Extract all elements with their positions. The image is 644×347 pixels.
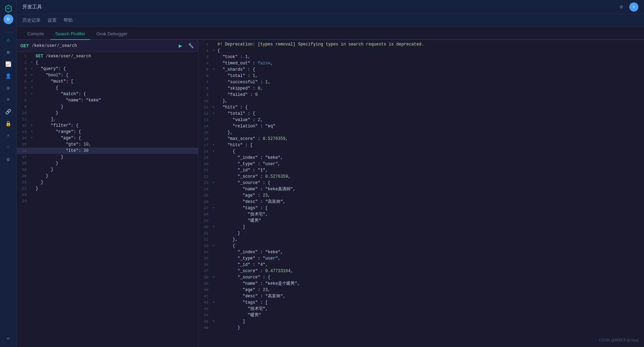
- fold-arrow[interactable]: ▾: [211, 148, 216, 155]
- code-content: [34, 192, 198, 198]
- response-line-15: 15 },: [199, 129, 644, 136]
- response-line-8: 8 "skipped" : 0,: [199, 85, 644, 92]
- query-line-19[interactable]: 19 }: [17, 167, 198, 173]
- query-line-5[interactable]: 5▾ "must": [: [17, 78, 198, 85]
- fold-arrow[interactable]: ▾: [29, 91, 34, 97]
- sidebar-item-chart[interactable]: 📈: [4, 60, 13, 68]
- fold-arrow[interactable]: ▾: [211, 299, 216, 306]
- fold-arrow: [211, 136, 216, 142]
- code-content: "tags" : [: [216, 299, 644, 306]
- fold-arrow[interactable]: ▾: [211, 224, 216, 230]
- fold-arrow[interactable]: ▾: [211, 205, 216, 211]
- fold-arrow: [211, 85, 216, 92]
- main-content: 开发工具 ⚙ e 历史记录 设置 帮助 Console Search Profi…: [17, 0, 644, 347]
- sidebar-item-home[interactable]: ⌂: [4, 36, 13, 44]
- query-line-14[interactable]: 14▾ "age": {: [17, 135, 198, 141]
- sidebar-item-gear[interactable]: ⚙: [4, 155, 13, 163]
- query-line-22[interactable]: 22 }: [17, 185, 198, 192]
- query-code-area[interactable]: 1 GET /keke/user/_search2▾{3▾ "query": {…: [17, 52, 198, 347]
- code-content: "_source" : {: [216, 274, 644, 281]
- navbar: 历史记录 设置 帮助: [17, 14, 644, 27]
- logo-icon[interactable]: [4, 5, 13, 13]
- sidebar-item-expand[interactable]: ⇔: [4, 334, 13, 342]
- query-line-6[interactable]: 6▾ {: [17, 85, 198, 91]
- query-settings-button[interactable]: 🔧: [187, 42, 195, 50]
- fold-arrow[interactable]: ▾: [29, 129, 34, 135]
- query-line-3[interactable]: 3▾ "query": {: [17, 66, 198, 72]
- sidebar-item-lock[interactable]: 🔒: [4, 119, 13, 128]
- fold-arrow[interactable]: ▾: [211, 48, 216, 54]
- line-number: 42: [199, 299, 211, 306]
- query-line-7[interactable]: 7▾ "match": {: [17, 91, 198, 97]
- line-number: 44: [199, 312, 211, 318]
- tab-console[interactable]: Console: [22, 28, 49, 40]
- fold-arrow[interactable]: ▾: [29, 78, 34, 85]
- fold-arrow: [211, 123, 216, 129]
- nav-help[interactable]: 帮助: [64, 16, 73, 25]
- fold-arrow[interactable]: ▾: [29, 122, 34, 129]
- query-line-16[interactable]: 16 "lte": 30: [17, 148, 198, 154]
- query-line-15[interactable]: 15 "gte": 10,: [17, 141, 198, 148]
- sidebar-item-grid[interactable]: ⊞: [4, 48, 13, 56]
- sidebar-item-user[interactable]: 👤: [4, 72, 13, 80]
- response-panel: 1 #! Deprecation: [types removal] Specif…: [199, 40, 644, 347]
- line-number: 20: [199, 161, 211, 167]
- response-line-16: 16 "max_score" : 0.5276359,: [199, 136, 644, 142]
- response-code-area[interactable]: 1 #! Deprecation: [types removal] Specif…: [199, 40, 644, 347]
- code-content: ],: [34, 116, 198, 122]
- query-line-1[interactable]: 1 GET /keke/user/_search: [17, 53, 198, 59]
- query-path[interactable]: /keke/user/_search: [32, 43, 174, 48]
- tab-grok-debugger[interactable]: Grok Debugger: [92, 28, 133, 40]
- tab-search-profiler[interactable]: Search Profiler: [50, 28, 90, 40]
- query-line-18[interactable]: 18 }: [17, 160, 198, 167]
- fold-arrow[interactable]: ▾: [211, 243, 216, 249]
- sidebar-user-avatar[interactable]: D: [3, 14, 13, 24]
- query-line-24[interactable]: 24: [17, 198, 198, 204]
- topbar-user-avatar[interactable]: e: [629, 2, 638, 12]
- query-line-9[interactable]: 9 }: [17, 104, 198, 110]
- query-line-17[interactable]: 17 }: [17, 154, 198, 160]
- fold-arrow[interactable]: ▾: [211, 274, 216, 281]
- fold-arrow[interactable]: ▾: [211, 180, 216, 186]
- fold-arrow: [211, 287, 216, 293]
- fold-arrow: [211, 199, 216, 205]
- fold-arrow[interactable]: ▾: [29, 72, 34, 78]
- fold-arrow[interactable]: ▾: [29, 66, 34, 72]
- query-line-4[interactable]: 4▾ "bool": {: [17, 72, 198, 78]
- query-line-10[interactable]: 10 }: [17, 110, 198, 116]
- fold-arrow[interactable]: ▾: [211, 318, 216, 325]
- query-line-21[interactable]: 21 }: [17, 179, 198, 185]
- fold-arrow[interactable]: ▾: [29, 135, 34, 141]
- fold-arrow[interactable]: ▾: [29, 85, 34, 91]
- query-line-8[interactable]: 8 "name": "keke": [17, 97, 198, 104]
- fold-arrow[interactable]: ▾: [29, 59, 34, 66]
- fold-arrow: [211, 281, 216, 287]
- sidebar-item-lightning[interactable]: ⚡: [4, 131, 13, 140]
- fold-arrow[interactable]: ▾: [211, 142, 216, 148]
- query-line-23[interactable]: 23: [17, 192, 198, 198]
- query-line-20[interactable]: 20 }: [17, 173, 198, 179]
- sidebar-item-link[interactable]: 🔗: [4, 107, 13, 116]
- line-number: 8: [17, 97, 29, 104]
- sidebar-item-heart[interactable]: ♡: [4, 143, 13, 151]
- sidebar-item-list[interactable]: ≡: [4, 95, 13, 104]
- line-number: 19: [17, 167, 29, 173]
- line-number: 10: [17, 110, 29, 116]
- fold-arrow[interactable]: ▾: [211, 104, 216, 111]
- query-line-11[interactable]: 11 ],: [17, 116, 198, 122]
- query-line-2[interactable]: 2▾{: [17, 59, 198, 66]
- query-line-12[interactable]: 12▾ "filter": {: [17, 122, 198, 129]
- nav-settings[interactable]: 设置: [48, 16, 57, 25]
- http-method[interactable]: GET: [20, 43, 29, 48]
- sidebar-item-nodes[interactable]: ◎: [4, 84, 13, 92]
- fold-arrow: [211, 161, 216, 167]
- fold-arrow[interactable]: ▾: [211, 111, 216, 117]
- settings-icon[interactable]: ⚙: [617, 3, 625, 11]
- fold-arrow[interactable]: ▾: [211, 66, 216, 73]
- nav-history[interactable]: 历史记录: [22, 16, 41, 25]
- fold-arrow: [29, 116, 34, 122]
- run-button[interactable]: ▶: [177, 42, 184, 50]
- line-number: 29: [199, 218, 211, 224]
- code-content: "range": {: [34, 129, 198, 135]
- query-line-13[interactable]: 13▾ "range": {: [17, 129, 198, 135]
